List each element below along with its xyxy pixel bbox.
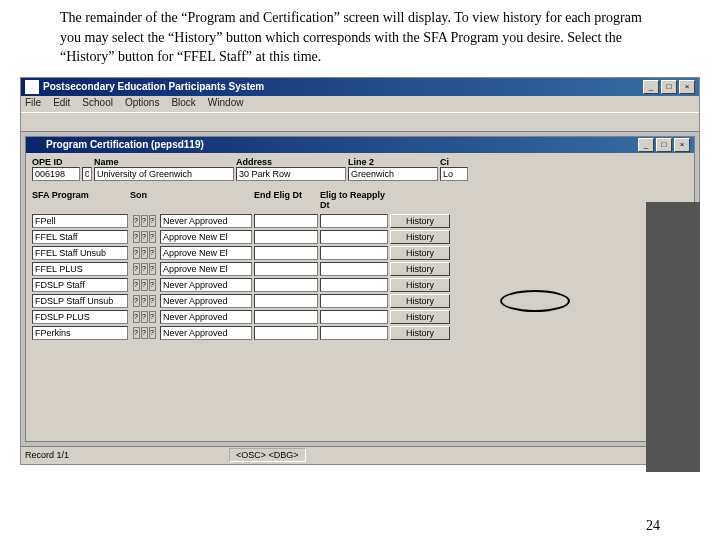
reapply-cell[interactable] [320,310,388,324]
action-icon[interactable]: ? [133,327,140,339]
action-icon[interactable]: ? [141,247,148,259]
action-icon[interactable]: ? [149,311,156,323]
table-row: ???History [32,245,688,261]
son-cell[interactable] [160,326,252,340]
program-cell[interactable] [32,278,128,292]
history-button[interactable]: History [390,294,450,308]
toolbar-button[interactable] [25,114,43,130]
action-icon[interactable]: ? [133,231,140,243]
action-icon[interactable]: ? [141,327,148,339]
toolbar-button[interactable] [85,114,103,130]
son-cell[interactable] [160,246,252,260]
end-elig-cell[interactable] [254,294,318,308]
ope-id-suffix-field[interactable] [82,167,92,181]
name-field[interactable] [94,167,234,181]
end-elig-cell[interactable] [254,262,318,276]
scroll-gutter [646,202,700,472]
action-icon[interactable]: ? [149,231,156,243]
row-action-icons: ??? [130,247,158,259]
table-row: ???History [32,229,688,245]
son-cell[interactable] [160,214,252,228]
toolbar-button[interactable] [105,114,123,130]
minimize-button[interactable]: _ [643,80,659,94]
row-action-icons: ??? [130,327,158,339]
reapply-cell[interactable] [320,214,388,228]
history-button[interactable]: History [390,278,450,292]
menu-options[interactable]: Options [125,97,159,111]
action-icon[interactable]: ? [149,247,156,259]
son-cell[interactable] [160,278,252,292]
address-field[interactable] [236,167,346,181]
reapply-cell[interactable] [320,246,388,260]
maximize-button[interactable]: □ [661,80,677,94]
end-elig-cell[interactable] [254,326,318,340]
line2-field[interactable] [348,167,438,181]
action-icon[interactable]: ? [141,231,148,243]
program-cell[interactable] [32,326,128,340]
history-button[interactable]: History [390,230,450,244]
son-cell[interactable] [160,230,252,244]
reapply-cell[interactable] [320,262,388,276]
action-icon[interactable]: ? [149,327,156,339]
action-icon[interactable]: ? [133,311,140,323]
inner-minimize-button[interactable]: _ [638,138,654,152]
close-button[interactable]: × [679,80,695,94]
program-cell[interactable] [32,214,128,228]
end-elig-cell[interactable] [254,310,318,324]
ope-id-field[interactable] [32,167,80,181]
history-button[interactable]: History [390,310,450,324]
reapply-cell[interactable] [320,278,388,292]
label-city: Ci [440,157,468,167]
inner-close-button[interactable]: × [674,138,690,152]
action-icon[interactable]: ? [149,279,156,291]
action-icon[interactable]: ? [141,311,148,323]
menu-school[interactable]: School [82,97,113,111]
son-cell[interactable] [160,310,252,324]
son-cell[interactable] [160,262,252,276]
toolbar-button[interactable] [45,114,63,130]
toolbar-button[interactable] [65,114,83,130]
action-icon[interactable]: ? [133,215,140,227]
reapply-cell[interactable] [320,326,388,340]
action-icon[interactable]: ? [141,279,148,291]
action-icon[interactable]: ? [149,215,156,227]
program-cell[interactable] [32,246,128,260]
action-icon[interactable]: ? [141,215,148,227]
city-field[interactable] [440,167,468,181]
program-cell[interactable] [32,262,128,276]
action-icon[interactable]: ? [141,295,148,307]
table-row: ???History [32,277,688,293]
action-icon[interactable]: ? [133,279,140,291]
main-titlebar: Postsecondary Education Participants Sys… [21,78,699,96]
program-cell[interactable] [32,310,128,324]
action-icon[interactable]: ? [149,295,156,307]
end-elig-cell[interactable] [254,230,318,244]
action-icon[interactable]: ? [133,295,140,307]
row-action-icons: ??? [130,215,158,227]
menu-block[interactable]: Block [171,97,195,111]
reapply-cell[interactable] [320,230,388,244]
col-son: Son [130,191,158,211]
end-elig-cell[interactable] [254,246,318,260]
action-icon[interactable]: ? [133,263,140,275]
history-button[interactable]: History [390,246,450,260]
label-address: Address [236,157,346,167]
action-icon[interactable]: ? [133,247,140,259]
program-cell[interactable] [32,294,128,308]
history-button[interactable]: History [390,262,450,276]
program-cell[interactable] [32,230,128,244]
end-elig-cell[interactable] [254,214,318,228]
label-ope-id: OPE ID [32,157,80,167]
action-icon[interactable]: ? [141,263,148,275]
history-button[interactable]: History [390,326,450,340]
son-cell[interactable] [160,294,252,308]
row-action-icons: ??? [130,231,158,243]
action-icon[interactable]: ? [149,263,156,275]
history-button[interactable]: History [390,214,450,228]
menu-edit[interactable]: Edit [53,97,70,111]
reapply-cell[interactable] [320,294,388,308]
end-elig-cell[interactable] [254,278,318,292]
menu-file[interactable]: File [25,97,41,111]
menu-window[interactable]: Window [208,97,244,111]
inner-maximize-button[interactable]: □ [656,138,672,152]
